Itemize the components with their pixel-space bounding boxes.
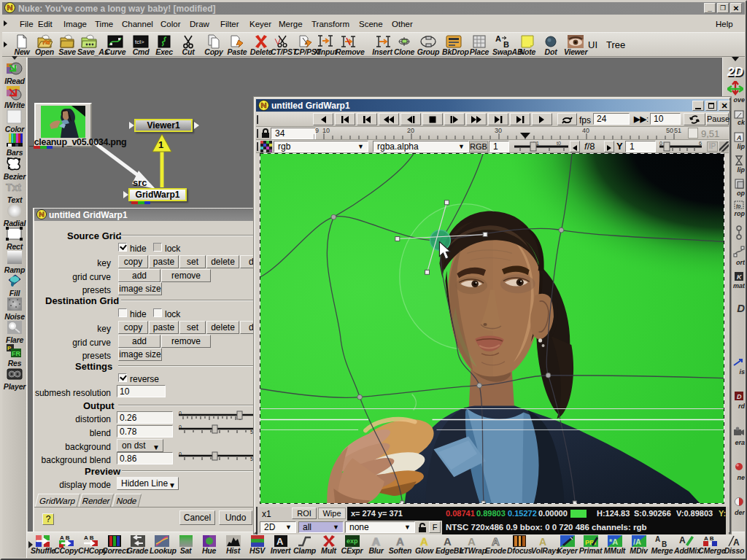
svg-text:D: D — [737, 393, 742, 400]
svg-text:exp: exp — [347, 537, 358, 545]
svg-text:A: A — [679, 535, 686, 545]
svg-text:A: A — [276, 536, 284, 547]
svg-text:50: 50 — [666, 127, 673, 134]
svg-text:0: 0 — [179, 451, 182, 456]
svg-text:6: 6 — [699, 141, 702, 146]
svg-text:tcl>: tcl> — [135, 39, 144, 45]
svg-text:51: 51 — [674, 127, 681, 134]
svg-text:0: 0 — [179, 411, 182, 416]
svg-text:A B: A B — [84, 534, 94, 541]
svg-text:20: 20 — [407, 127, 414, 134]
svg-text:Txt: Txt — [6, 182, 21, 193]
svg-text:A B: A B — [60, 534, 70, 541]
svg-text:0: 0 — [659, 141, 662, 146]
svg-text:/A: /A — [633, 537, 641, 546]
svg-text:10: 10 — [322, 127, 330, 134]
svg-text:30: 30 — [495, 127, 502, 134]
svg-text:FR: FR — [12, 350, 20, 357]
svg-text:5: 5 — [250, 429, 253, 435]
svg-text:5: 5 — [250, 456, 253, 462]
svg-text:A: A — [495, 34, 501, 43]
svg-text:9: 9 — [315, 127, 319, 134]
svg-text:t0: t0 — [557, 141, 561, 146]
svg-text:40: 40 — [582, 127, 589, 134]
svg-text:to: to — [736, 203, 741, 209]
svg-text:*A: *A — [609, 537, 618, 546]
svg-text:A: A — [736, 134, 742, 141]
svg-text:A: A — [655, 535, 660, 543]
svg-text:0: 0 — [179, 424, 182, 429]
svg-text:A B: A B — [704, 535, 714, 542]
